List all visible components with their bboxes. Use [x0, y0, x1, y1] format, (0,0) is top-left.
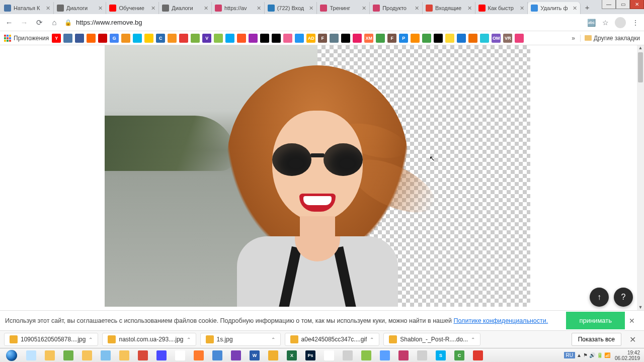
download-item[interactable]: a0e4245085cc347c....gif⌃ [285, 333, 380, 346]
taskbar-clock[interactable]: 19:42 06.02.2019 [612, 350, 640, 361]
tray-icon[interactable]: 🔊 [589, 352, 595, 358]
bookmark-icon[interactable] [283, 34, 292, 43]
window-maximize-button[interactable]: ▭ [616, 0, 630, 9]
bookmark-icon[interactable] [341, 34, 350, 43]
taskbar-app-button[interactable] [376, 349, 393, 361]
window-close-button[interactable]: ✕ [630, 0, 644, 9]
privacy-policy-link[interactable]: Политике конфиденциальности. [453, 317, 548, 324]
taskbar-app-button[interactable] [78, 349, 96, 361]
tab-close-icon[interactable]: ✕ [46, 5, 50, 12]
tab-close-icon[interactable]: ✕ [362, 5, 366, 12]
bookmark-icon[interactable] [98, 34, 107, 43]
bookmark-icon[interactable] [272, 34, 281, 43]
tab-close-icon[interactable]: ✕ [98, 5, 103, 12]
bookmark-icon[interactable]: C [156, 34, 165, 43]
tab-close-icon[interactable]: ✕ [467, 5, 472, 12]
browser-tab[interactable]: Диалоги✕ [159, 2, 212, 14]
taskbar-app-button[interactable] [97, 349, 114, 361]
tab-close-icon[interactable]: ✕ [257, 5, 261, 12]
tab-close-icon[interactable]: ✕ [309, 5, 313, 12]
apps-shortcut[interactable]: Приложения [4, 35, 49, 42]
download-chevron-icon[interactable]: ⌃ [471, 337, 475, 342]
bookmark-icon[interactable] [422, 34, 431, 43]
taskbar-app-button[interactable]: S [432, 349, 449, 361]
taskbar-app-button[interactable] [227, 349, 245, 361]
bookmark-icon[interactable] [468, 34, 477, 43]
taskbar-app-button[interactable] [265, 349, 282, 361]
taskbar-app-button[interactable] [209, 349, 226, 361]
bookmark-icon[interactable] [445, 34, 454, 43]
bookmark-icon[interactable] [133, 34, 142, 43]
tab-close-icon[interactable]: ✕ [204, 5, 208, 12]
taskbar-app-button[interactable] [116, 349, 133, 361]
browser-tab[interactable]: Диалоги✕ [54, 2, 107, 14]
scroll-up-arrow-icon[interactable]: ▲ [637, 45, 644, 52]
bookmark-icon[interactable] [214, 34, 223, 43]
taskbar-app-button[interactable]: Ps [302, 349, 319, 361]
tray-icon[interactable]: 🔋 [597, 352, 603, 358]
tab-close-icon[interactable]: ✕ [151, 5, 155, 12]
tray-icon[interactable]: 📶 [604, 352, 610, 358]
bookmark-icon[interactable]: V [202, 34, 211, 43]
taskbar-app-button[interactable] [320, 349, 338, 361]
bookmark-icon[interactable]: XM [364, 34, 373, 43]
browser-tab[interactable]: Удалить ф✕ [528, 2, 581, 14]
download-chevron-icon[interactable]: ⌃ [89, 337, 93, 342]
bookmark-icon[interactable] [63, 34, 72, 43]
bookmark-icon[interactable]: G [110, 34, 119, 43]
taskbar-app-button[interactable] [60, 349, 77, 361]
download-item[interactable]: nastol.com.ua-293....jpg⌃ [102, 333, 196, 346]
browser-tab[interactable]: Наталья К✕ [1, 2, 54, 14]
scrollbar-thumb[interactable] [638, 52, 643, 82]
profile-avatar[interactable] [615, 17, 626, 28]
bookmark-icon[interactable] [191, 34, 200, 43]
bookmark-icon[interactable] [249, 34, 258, 43]
bookmark-icon[interactable] [515, 34, 524, 43]
tab-close-icon[interactable]: ✕ [520, 5, 524, 12]
bookmarks-overflow-chevron[interactable]: » [570, 35, 577, 42]
download-chevron-icon[interactable]: ⌃ [271, 337, 275, 342]
tray-icon[interactable]: ⚑ [583, 352, 588, 358]
bookmark-icon[interactable]: P [399, 34, 408, 43]
bookmark-icon[interactable] [75, 34, 84, 43]
bookmark-icon[interactable] [295, 34, 304, 43]
taskbar-app-button[interactable] [153, 349, 170, 361]
bookmark-icon[interactable] [144, 34, 153, 43]
taskbar-app-button[interactable] [469, 349, 487, 361]
taskbar-app-button[interactable] [339, 349, 356, 361]
cookie-close-button[interactable]: ✕ [625, 317, 639, 325]
browser-tab[interactable]: Как быстр✕ [475, 2, 528, 14]
taskbar-app-button[interactable]: X [283, 349, 300, 361]
bookmark-icon[interactable]: F [318, 34, 327, 43]
window-minimize-button[interactable]: — [602, 0, 616, 9]
browser-tab[interactable]: (722) Вход✕ [265, 2, 317, 14]
bookmark-star-icon[interactable]: ☆ [601, 18, 610, 27]
bookmark-icon[interactable]: Y [52, 34, 61, 43]
other-bookmarks-folder[interactable]: Другие закладки [580, 35, 640, 42]
bookmark-icon[interactable] [330, 34, 339, 43]
download-item[interactable]: 109051620505878....jpg⌃ [4, 333, 98, 346]
taskbar-app-button[interactable] [358, 349, 375, 361]
bookmark-icon[interactable] [353, 34, 362, 43]
help-button[interactable]: ? [614, 288, 633, 307]
browser-tab[interactable]: https://av✕ [212, 2, 265, 14]
taskbar-app-button[interactable]: W [246, 349, 263, 361]
browser-tab[interactable]: Продукто✕ [370, 2, 423, 14]
bookmark-icon[interactable] [168, 34, 177, 43]
address-bar[interactable]: 🔒 https://www.remove.bg [64, 19, 582, 26]
taskbar-app-button[interactable]: C [451, 349, 468, 361]
download-chevron-icon[interactable]: ⌃ [187, 337, 191, 342]
nav-forward-button[interactable]: → [19, 18, 29, 28]
bookmark-icon[interactable] [411, 34, 420, 43]
taskbar-app-button[interactable] [395, 349, 412, 361]
downloads-show-all-button[interactable]: Показать все [572, 333, 621, 346]
nav-back-button[interactable]: ← [4, 18, 14, 28]
translate-icon[interactable]: 🔤 [587, 18, 596, 27]
bookmark-icon[interactable] [237, 34, 246, 43]
taskbar-app-button[interactable] [414, 349, 431, 361]
taskbar-app-button[interactable] [172, 349, 189, 361]
language-indicator[interactable]: RU [564, 352, 575, 358]
bookmark-icon[interactable] [179, 34, 188, 43]
taskbar-app-button[interactable] [23, 349, 40, 361]
browser-tab[interactable]: Входящие✕ [423, 2, 475, 14]
